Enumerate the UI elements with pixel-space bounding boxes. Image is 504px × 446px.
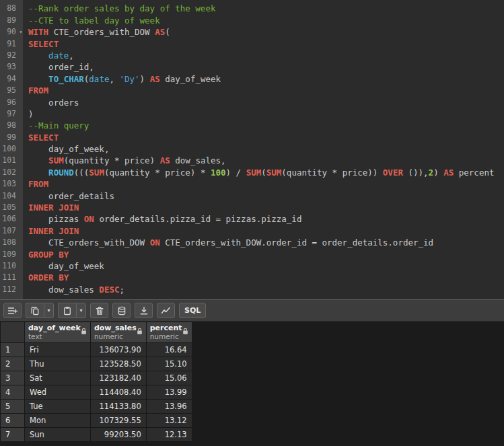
token-txt: (quantity * price)) (281, 168, 383, 178)
paste-button[interactable] (58, 303, 76, 318)
cell-day_of_week[interactable]: Sun (25, 427, 91, 441)
cell-dow_sales[interactable]: 107329.55 (90, 413, 146, 427)
cell-dow_sales[interactable]: 114133.80 (90, 399, 146, 413)
line-number: 112 (0, 284, 17, 295)
cell-percent[interactable]: 16.64 (146, 342, 192, 357)
column-header-percent[interactable]: percentnumeric (146, 322, 192, 343)
token-txt (28, 74, 48, 84)
code-text: SUM(quantity * price) AS dow_sales, (24, 155, 226, 166)
column-header-content: day_of_weektext (28, 324, 87, 341)
column-header-dow_sales[interactable]: dow_salesnumeric (90, 322, 146, 343)
sql-button[interactable]: SQL (179, 303, 206, 318)
code-text: TO_CHAR(date, 'Dy') AS day_of_week (24, 73, 221, 85)
gutter-spacer (17, 97, 24, 108)
row-number-cell[interactable]: 6 (1, 413, 25, 427)
download-csv-button[interactable] (135, 303, 153, 318)
token-kw: DESC (99, 285, 119, 295)
cell-percent[interactable]: 15.06 (146, 371, 192, 385)
cell-day_of_week[interactable]: Tue (25, 399, 91, 413)
grid-corner-cell[interactable] (1, 322, 25, 343)
fold-toggle-icon[interactable]: ▾ (17, 26, 24, 38)
save-data-changes-group (112, 303, 131, 318)
line-number: 90 (0, 26, 17, 38)
code-line: 92 date, (0, 50, 504, 61)
cell-dow_sales[interactable]: 123528.50 (90, 357, 146, 371)
token-txt: day_of_week (28, 261, 104, 271)
cell-dow_sales[interactable]: 136073.90 (90, 342, 146, 357)
paste-group: ▾ (58, 303, 86, 318)
code-line: 112 dow_sales DESC; (0, 284, 504, 295)
cell-day_of_week[interactable]: Thu (25, 357, 91, 371)
download-csv-group (135, 303, 153, 318)
cell-day_of_week[interactable]: Wed (25, 385, 91, 399)
gutter-spacer (17, 120, 24, 131)
row-number-cell[interactable]: 5 (1, 399, 25, 413)
code-line: 109GROUP BY (0, 249, 504, 260)
sql-editor[interactable]: 8788--Rank order sales by day of the wee… (0, 0, 504, 299)
graph-visualiser-button[interactable] (157, 303, 175, 318)
paste-dropdown-button[interactable]: ▾ (76, 303, 86, 318)
save-data-changes-button[interactable] (112, 303, 131, 318)
row-number-cell[interactable]: 3 (1, 371, 25, 385)
token-txt: , (109, 74, 119, 84)
line-number: 105 (0, 202, 17, 213)
table-row: 4Wed114408.4013.99 (1, 385, 192, 399)
grid-header-row: day_of_weektextdow_salesnumericpercentnu… (1, 322, 192, 343)
token-kw: AS (160, 155, 170, 165)
cell-percent[interactable]: 13.99 (146, 385, 192, 399)
code-line: 98--Main query (0, 120, 504, 131)
token-txt: ()), (403, 168, 429, 178)
cell-dow_sales[interactable]: 99203.50 (90, 427, 146, 441)
row-number-cell[interactable]: 2 (1, 357, 25, 371)
token-txt (28, 50, 48, 61)
delete-rows-button[interactable] (90, 303, 108, 318)
column-type: text (28, 332, 81, 341)
copy-dropdown-button[interactable]: ▾ (44, 303, 54, 318)
code-line: 94 TO_CHAR(date, 'Dy') AS day_of_week (0, 73, 504, 85)
cell-percent[interactable]: 12.13 (146, 427, 192, 441)
code-text: SELECT (24, 132, 59, 143)
paste-icon (63, 306, 72, 315)
code-line: 96 orders (0, 97, 504, 108)
add-row-button[interactable] (3, 303, 22, 318)
code-text: day_of_week (24, 260, 104, 272)
cell-day_of_week[interactable]: Fri (25, 342, 91, 357)
cell-percent[interactable]: 13.12 (146, 413, 192, 427)
row-number-cell[interactable]: 1 (1, 342, 25, 357)
lock-icon (137, 328, 143, 337)
code-text: WITH CTE_orders_with_DOW AS( (24, 26, 170, 38)
code-line: 111ORDER BY (0, 272, 504, 283)
cell-day_of_week[interactable]: Sat (25, 371, 91, 385)
cell-day_of_week[interactable]: Mon (25, 413, 91, 427)
code-text: ) (24, 108, 34, 120)
code-lines: 8788--Rank order sales by day of the wee… (0, 0, 504, 295)
token-com: --Rank order sales by day of the week (28, 3, 215, 13)
token-txt: ( (261, 168, 266, 178)
token-txt: CTE_orders_with_DOW.order_id = order_det… (160, 237, 433, 248)
row-number-cell[interactable]: 4 (1, 385, 25, 399)
gutter-spacer (17, 3, 24, 14)
gutter-spacer (17, 61, 24, 73)
cell-dow_sales[interactable]: 114408.40 (90, 385, 146, 399)
chevron-down-icon: ▾ (47, 307, 50, 313)
token-com: --Main query (28, 120, 89, 131)
cell-percent[interactable]: 15.10 (146, 357, 192, 371)
token-txt (28, 155, 48, 165)
column-header-meta: percentnumeric (150, 324, 182, 341)
results-grid: day_of_weektextdow_salesnumericpercentnu… (0, 322, 192, 442)
column-type: numeric (94, 332, 137, 341)
lock-icon (182, 328, 188, 337)
code-line: 108 CTE_orders_with_DOW ON CTE_orders_wi… (0, 237, 504, 248)
gutter-spacer (17, 167, 24, 178)
code-line: 110 day_of_week (0, 260, 504, 272)
row-number-cell[interactable]: 7 (1, 427, 25, 441)
column-header-day_of_week[interactable]: day_of_weektext (25, 322, 91, 343)
line-number: 107 (0, 225, 17, 237)
sql-group: SQL (179, 303, 206, 318)
column-name: day_of_week (28, 324, 81, 332)
copy-button[interactable] (26, 303, 44, 318)
cell-dow_sales[interactable]: 123182.40 (90, 371, 146, 385)
cell-percent[interactable]: 13.96 (146, 399, 192, 413)
code-text: INNER JOIN (24, 225, 79, 237)
add-row-icon (7, 306, 17, 315)
